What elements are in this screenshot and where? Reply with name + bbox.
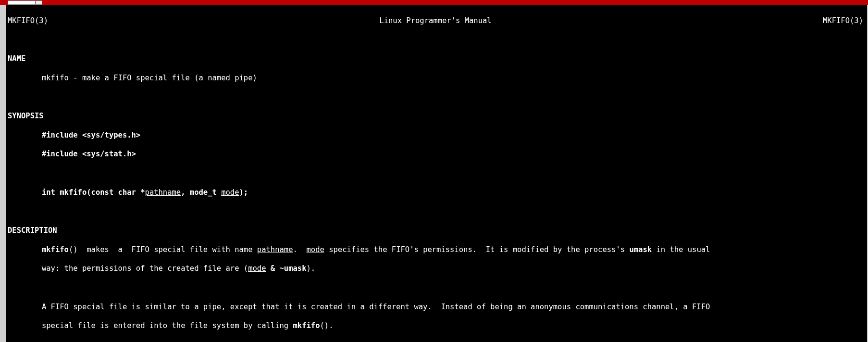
- synopsis-prototype: int mkfifo(const char *pathname, mode_t …: [8, 188, 866, 198]
- manpage-header-left: MKFIFO(3): [8, 16, 48, 26]
- blank-line: [8, 283, 866, 293]
- titlebar-dropdown-icon[interactable]: [36, 0, 42, 5]
- blank-line: [8, 169, 866, 178]
- manpage-header: MKFIFO(3)Linux Programmer's ManualMKFIFO…: [8, 16, 866, 26]
- section-description-heading: DESCRIPTION: [8, 226, 866, 236]
- manpage-header-right: MKFIFO(3): [823, 16, 863, 26]
- description-p1-line1: mkfifo() makes a FIFO special file with …: [8, 245, 866, 255]
- titlebar-tab[interactable]: [8, 0, 36, 5]
- synopsis-include-1: #include <sys/types.h>: [8, 131, 866, 140]
- synopsis-include-2: #include <sys/stat.h>: [8, 150, 866, 159]
- blank-line: [8, 207, 866, 216]
- description-p1-line2: way: the permissions of the created file…: [8, 264, 866, 274]
- blank-line: [8, 35, 866, 45]
- name-body: mkfifo - make a FIFO special file (a nam…: [8, 74, 866, 83]
- manpage-header-center: Linux Programmer's Manual: [379, 16, 491, 26]
- terminal-manpage[interactable]: MKFIFO(3)Linux Programmer's ManualMKFIFO…: [6, 5, 867, 342]
- description-p2-line1: A FIFO special file is similar to a pipe…: [8, 303, 866, 312]
- blank-line: [8, 92, 866, 102]
- section-synopsis-heading: SYNOPSIS: [8, 112, 866, 121]
- section-name-heading: NAME: [8, 54, 866, 64]
- description-p2-line2: special file is entered into the file sy…: [8, 321, 866, 331]
- window-titlebar: [0, 0, 868, 5]
